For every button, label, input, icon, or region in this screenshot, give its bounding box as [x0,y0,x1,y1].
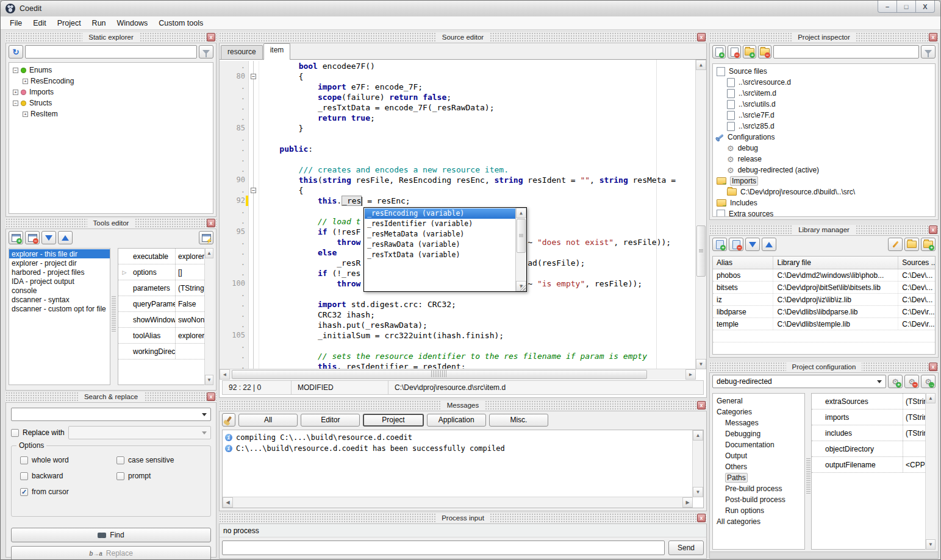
editor-hscrollbar[interactable]: ◀ ▶ [220,369,696,380]
collapse-icon[interactable]: − [13,68,18,73]
message-row[interactable]: iC:\...\build\resource.d.coedit has been… [223,443,693,454]
send-button[interactable]: Send [668,541,704,555]
scroll-up-icon[interactable]: ▲ [926,393,936,403]
tool-property-row[interactable]: queryParametersFalse [118,296,204,312]
tool-property-row[interactable]: parameters(TStringList) [118,280,204,296]
move-down-button[interactable] [41,231,56,244]
tools-list-item[interactable]: harbored - project files [9,268,110,277]
sync-configuration-button[interactable]: ⚙→ [921,375,936,388]
scroll-right-icon[interactable]: ▶ [685,369,696,380]
project-inspector-header[interactable]: Project inspector x [709,32,939,43]
filter-all[interactable]: All [238,414,298,427]
process-input-field[interactable] [222,541,665,555]
property-value[interactable]: (TStringList) [903,397,925,406]
search-option[interactable]: whole word [20,456,114,464]
project-tree-item[interactable]: ..\src\item.d [713,88,935,99]
filter-application[interactable]: Application [427,414,486,427]
scroll-left-icon[interactable]: ◀ [223,497,233,508]
fold-collapse-icon[interactable]: − [251,188,256,193]
library-table-header[interactable]: AliasLibrary fileSources ... [713,257,935,269]
config-grid-scrollbar[interactable]: ▲ ▼ [925,393,936,550]
process-input-header[interactable]: Process input x [219,513,707,523]
vscroll-thumb[interactable] [696,225,706,277]
add-tool-button[interactable]: + [9,231,23,244]
remove-library-button[interactable]: − [729,238,743,251]
library-row[interactable]: izC:\Dev\dproj\iz\lib\iz.libC:\Dev\... [713,294,935,306]
library-row[interactable]: templeC:\Dev\dlibs\temple.libC:\Dev\r... [713,318,935,330]
library-from-folder-button[interactable] [904,238,919,251]
collapse-icon[interactable]: − [13,101,18,106]
tools-splitter[interactable] [112,296,116,333]
tools-list-item[interactable]: dscanner - syntax [9,295,110,304]
menu-run[interactable]: Run [87,18,112,29]
config-category[interactable]: Messages [713,417,804,428]
property-value[interactable]: explorer [176,252,204,261]
messages-hscrollbar[interactable]: ◀ ▶ [223,497,693,508]
close-panel-icon[interactable]: x [697,33,706,41]
close-button[interactable]: X [916,1,935,13]
config-property-row[interactable]: objectDirectory [812,441,925,457]
source-editor-header[interactable]: Source editor x [219,32,707,43]
filter-project[interactable]: Project [363,414,423,427]
project-tree-item[interactable]: ..\src\utils.d [713,99,935,110]
scroll-left-icon[interactable]: ◀ [220,369,230,380]
tab-resource[interactable]: resource [221,45,263,59]
tools-list-item[interactable]: IDA - project output [9,277,110,286]
search-option[interactable]: ✓from cursor [20,487,114,496]
property-value[interactable]: explorer - this file dir [176,331,204,340]
project-tree-item[interactable]: Extra sources [713,208,935,217]
tools-list-item[interactable]: explorer - project dir [9,258,110,268]
config-category[interactable]: Others [713,461,804,472]
tool-property-row[interactable]: executableexplorer [118,249,204,264]
messages-header[interactable]: Messages x [219,400,707,411]
expand-icon[interactable]: + [23,112,28,117]
expand-icon[interactable]: + [23,79,28,84]
config-category[interactable]: Documentation [713,439,804,450]
tool-property-row[interactable]: workingDirectory [118,344,204,360]
menu-file[interactable]: File [4,18,27,29]
messages-list[interactable]: icompiling C:\...\build\resource.d.coedi… [223,432,693,454]
config-splitter[interactable] [806,458,810,495]
library-from-project-button[interactable]: + [921,238,936,251]
project-tree-item[interactable]: Configurations [713,132,935,143]
symbol-filter-input[interactable] [25,45,197,58]
config-property-row[interactable]: includes(TStringList) [812,425,925,441]
library-row[interactable]: phobosC:\Dev\dmd2\windows\lib\phob...C:\… [713,269,935,282]
unchecked-checkbox[interactable] [20,472,28,480]
find-button[interactable]: Find [11,528,211,542]
move-down-button[interactable] [745,238,760,251]
property-value[interactable]: swoNone [176,316,204,324]
menu-edit[interactable]: Edit [27,18,52,29]
completion-item[interactable]: _resRawData (variable) [365,239,515,250]
popup-scrollbar[interactable]: ▲ ▼ [515,208,526,291]
config-category[interactable]: Pre-build process [713,483,804,494]
symbol-tree-item[interactable]: −Enums [9,65,213,76]
remove-folder-button[interactable]: − [758,45,771,58]
scroll-up-icon[interactable]: ▲ [693,430,703,441]
symbol-tree-item[interactable]: −Structs [9,97,213,108]
fold-collapse-icon[interactable]: − [251,74,256,79]
project-tree-item[interactable]: ⚙debug [713,143,935,154]
run-tool-button[interactable] [199,231,213,244]
config-category[interactable]: General [713,395,804,406]
static-explorer-header[interactable]: Static explorer x [5,32,216,43]
unchecked-checkbox[interactable] [20,456,28,464]
scroll-down-icon[interactable]: ▼ [205,375,213,385]
close-panel-icon[interactable]: x [697,401,706,409]
close-panel-icon[interactable]: x [207,33,215,41]
project-tree-item[interactable]: ⚙debug-redirected (active) [713,165,935,175]
project-configuration-header[interactable]: Project configuration x [709,362,939,372]
search-option[interactable]: backward [20,472,114,480]
unchecked-checkbox[interactable] [116,456,124,464]
unchecked-checkbox[interactable] [116,472,124,480]
move-up-button[interactable] [58,231,73,244]
move-up-button[interactable] [762,238,776,251]
scroll-down-icon[interactable]: ▼ [926,539,936,550]
replace-term-combo[interactable] [68,426,211,439]
completion-item[interactable]: _resIdentifier (variable) [365,219,515,229]
config-category[interactable]: Debugging [713,428,804,439]
tool-property-row[interactable]: toolAliasexplorer - this file dir [118,328,204,344]
config-property-row[interactable]: outputFilename<CPP>..\ [812,457,925,473]
replace-with-checkbox[interactable] [11,429,19,437]
close-panel-icon[interactable]: x [207,392,215,401]
